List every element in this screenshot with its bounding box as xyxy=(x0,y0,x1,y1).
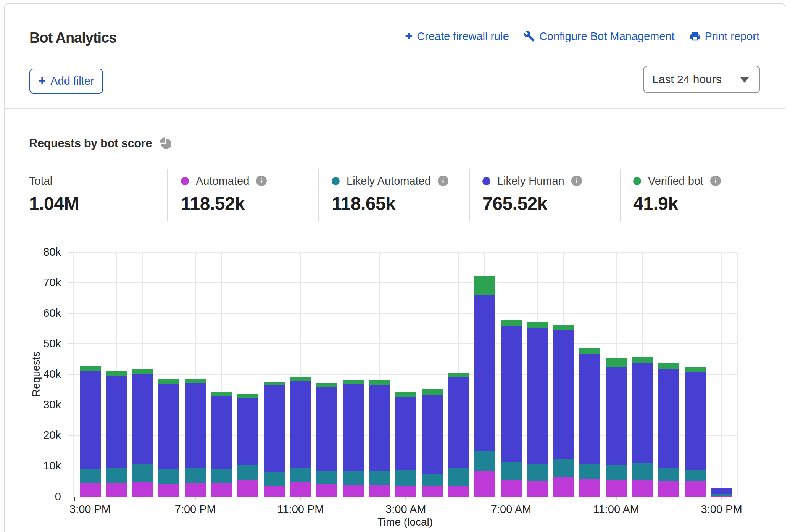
bar-segment-likely-human xyxy=(579,354,600,464)
y-tick-label: 70k xyxy=(15,276,61,289)
bar-segment-likely-automated xyxy=(553,459,574,477)
x-tick-label: 11:00 AM xyxy=(578,503,655,516)
x-tick-label: 3:00 AM xyxy=(368,503,444,516)
bar-segment-likely-human xyxy=(185,383,206,468)
bar-segment-verified-bot xyxy=(501,320,522,326)
y-tick-label: 20k xyxy=(15,429,61,442)
bar-segment-likely-human xyxy=(685,372,706,470)
bar-segment-automated xyxy=(658,481,679,497)
bar-segment-likely-automated xyxy=(422,474,443,486)
bar-segment-verified-bot xyxy=(343,380,364,384)
x-axis-title: Time (local) xyxy=(348,516,463,528)
bar-segment-likely-human xyxy=(290,381,311,468)
x-axis-tick xyxy=(511,497,511,500)
bar-segment-automated xyxy=(237,480,258,497)
y-axis-tick xyxy=(68,374,73,375)
y-tick-label: 60k xyxy=(15,307,61,319)
bar-segment-automated xyxy=(422,486,443,497)
bar-segment-likely-human xyxy=(369,385,390,471)
bar-segment-likely-automated xyxy=(395,470,416,486)
bar-segment-likely-automated xyxy=(501,462,522,480)
y-tick-label: 10k xyxy=(15,459,61,472)
bar-segment-automated xyxy=(632,480,653,497)
bar-segment-verified-bot xyxy=(606,358,627,367)
bar-segment-likely-human xyxy=(132,374,153,464)
bar-segment-automated xyxy=(448,486,469,497)
bar-segment-automated xyxy=(158,484,179,497)
x-axis-tick xyxy=(90,497,90,500)
y-axis-tick xyxy=(68,252,73,253)
bar-segment-likely-human xyxy=(474,295,495,450)
bar-segment-verified-bot xyxy=(211,392,232,396)
x-tick-label: 11:00 PM xyxy=(263,503,339,516)
y-axis-title: Requests xyxy=(30,349,42,399)
bar-segment-likely-automated xyxy=(448,468,469,486)
x-axis-tick xyxy=(300,497,301,500)
bar-segment-verified-bot xyxy=(290,377,311,381)
bar-segment-likely-human xyxy=(553,330,574,459)
x-tick-label: 3:00 PM xyxy=(52,503,128,516)
bar-segment-likely-automated xyxy=(264,472,285,485)
bar-segment-likely-automated xyxy=(316,471,337,484)
bar-segment-likely-automated xyxy=(579,464,600,479)
bar-segment-automated xyxy=(685,481,706,497)
x-axis-tick xyxy=(405,497,406,500)
bar-segment-verified-bot xyxy=(632,357,653,363)
bar-segment-verified-bot xyxy=(527,322,548,328)
bar-segment-likely-human xyxy=(106,376,127,468)
bar-segment-likely-human xyxy=(711,488,732,494)
bar-segment-verified-bot xyxy=(474,276,495,295)
bar-segment-likely-human xyxy=(264,385,285,472)
bar-segment-verified-bot xyxy=(711,488,732,488)
y-axis-tick xyxy=(68,282,73,283)
bar-segment-verified-bot xyxy=(579,348,600,354)
bar-segment-likely-human xyxy=(632,363,653,463)
bar-segment-likely-automated xyxy=(343,471,364,485)
bar-segment-verified-bot xyxy=(132,369,153,374)
bar-segment-verified-bot xyxy=(158,379,179,384)
gridline-horizontal xyxy=(73,313,737,314)
plot-right-border xyxy=(737,252,738,497)
bar-segment-likely-human xyxy=(80,371,101,469)
bar-segment-likely-human xyxy=(211,396,232,469)
x-axis-tick xyxy=(721,497,722,500)
bar-segment-likely-automated xyxy=(606,465,627,480)
bar-segment-likely-human xyxy=(527,328,548,465)
bar-segment-automated xyxy=(369,485,390,497)
y-tick-label: 0 xyxy=(15,490,61,503)
x-axis-origin-tick xyxy=(74,497,75,501)
y-axis-tick xyxy=(68,497,73,497)
y-tick-label: 30k xyxy=(15,398,61,411)
bar-segment-verified-bot xyxy=(369,380,390,384)
bar-segment-automated xyxy=(343,485,364,497)
bar-segment-verified-bot xyxy=(422,389,443,395)
bar-segment-verified-bot xyxy=(185,379,206,384)
bar-segment-automated xyxy=(395,486,416,497)
gridline-horizontal xyxy=(73,343,737,344)
bar-segment-verified-bot xyxy=(553,325,574,331)
gridline-horizontal xyxy=(73,252,737,253)
bar-segment-automated xyxy=(474,471,495,497)
bar-segment-likely-human xyxy=(658,369,679,468)
gridline-vertical xyxy=(721,252,722,497)
bar-segment-likely-human xyxy=(343,384,364,471)
bar-segment-likely-automated xyxy=(158,469,179,484)
bar-segment-likely-human xyxy=(158,384,179,469)
bar-segment-likely-automated xyxy=(527,464,548,481)
bar-segment-automated xyxy=(290,482,311,497)
y-axis-tick xyxy=(68,466,73,466)
bar-segment-automated xyxy=(80,483,101,497)
bar-segment-likely-automated xyxy=(237,465,258,480)
bar-segment-automated xyxy=(553,477,574,497)
x-axis-tick xyxy=(616,497,617,500)
bar-segment-verified-bot xyxy=(448,373,469,378)
bar-segment-likely-automated xyxy=(132,464,153,482)
bar-segment-automated xyxy=(132,482,153,497)
bar-segment-likely-human xyxy=(606,367,627,465)
bar-segment-verified-bot xyxy=(658,363,679,369)
bar-segment-likely-automated xyxy=(685,470,706,481)
bar-segment-automated xyxy=(579,479,600,497)
bar-segment-verified-bot xyxy=(316,383,337,387)
bar-segment-likely-automated xyxy=(80,469,101,483)
y-axis-tick xyxy=(68,435,73,436)
